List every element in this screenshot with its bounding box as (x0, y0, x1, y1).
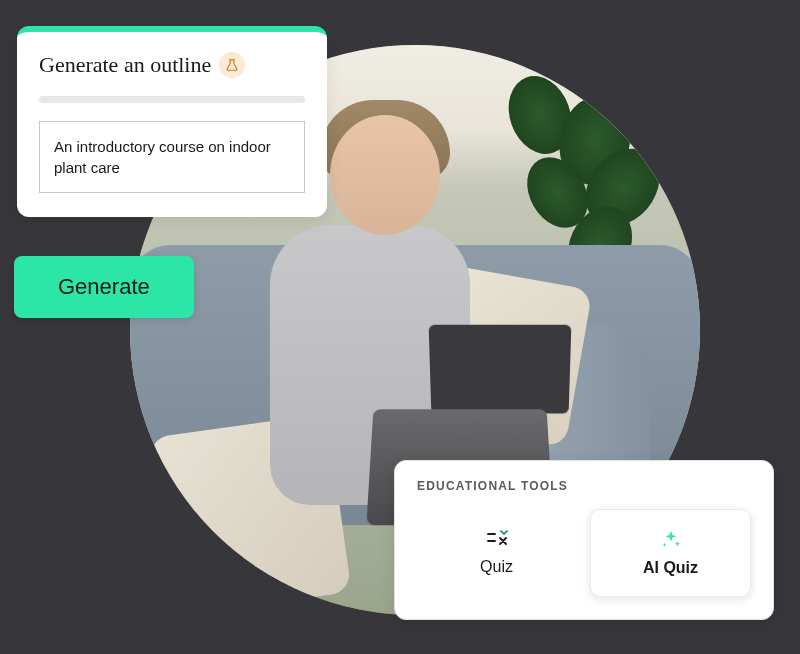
tools-heading: EDUCATIONAL TOOLS (417, 479, 751, 493)
beaker-icon (225, 58, 239, 72)
quiz-tool[interactable]: Quiz (417, 509, 576, 597)
beaker-badge (219, 52, 245, 78)
quiz-icon (485, 530, 509, 550)
sparkle-icon (660, 529, 682, 551)
outline-title: Generate an outline (39, 52, 211, 78)
laptop-screen (429, 325, 572, 414)
progress-bar (39, 96, 305, 103)
tools-row: Quiz AI Quiz (417, 509, 751, 597)
ai-quiz-tool[interactable]: AI Quiz (590, 509, 751, 597)
outline-input[interactable] (39, 121, 305, 193)
outline-title-row: Generate an outline (39, 52, 305, 78)
generate-outline-card: Generate an outline (17, 26, 327, 217)
ai-quiz-label: AI Quiz (643, 559, 698, 577)
educational-tools-card: EDUCATIONAL TOOLS Quiz AI Qui (394, 460, 774, 620)
person-head (330, 115, 440, 235)
generate-button[interactable]: Generate (14, 256, 194, 318)
quiz-label: Quiz (480, 558, 513, 576)
